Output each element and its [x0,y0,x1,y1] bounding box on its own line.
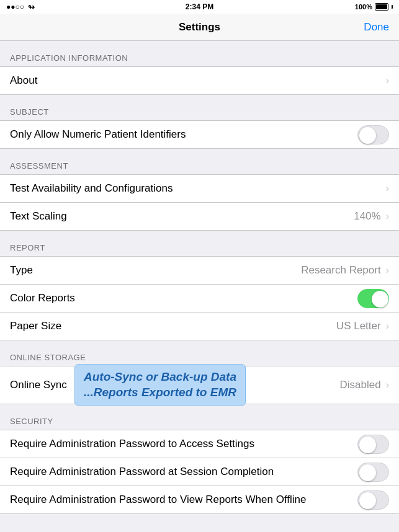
toggle-color-reports[interactable] [357,289,389,308]
row-label-require-admin-session: Require Administration Password at Sessi… [10,458,357,485]
row-label-text-scaling: Text Scaling [10,203,354,230]
done-button[interactable]: Done [364,21,389,33]
signal-dots: ●●○○ [6,2,24,11]
status-left: ●●○○ ↬ [6,2,35,12]
status-right: 100% [355,3,393,11]
toggle-require-admin-offline[interactable] [357,490,389,510]
toggle-numeric-identifiers[interactable] [357,125,389,144]
row-label-test-availability: Test Availability and Configurations [10,175,385,202]
toggle-knob-numeric-identifiers [359,127,376,144]
row-label-require-admin-access: Require Administration Password to Acces… [10,430,357,458]
toggle-knob-require-admin-offline [359,492,376,509]
nav-bar: Settings Done [0,14,399,41]
toggle-knob-require-admin-access [359,437,376,453]
row-value-type: Research Report [301,264,381,277]
table-row-about[interactable]: About› [0,67,399,94]
table-group-subject: Only Allow Numeric Patient Identifiers [0,120,399,149]
table-group-assessment: Test Availability and Configurations›Tex… [0,174,399,231]
row-label-numeric-identifiers: Only Allow Numeric Patient Identifiers [10,121,357,148]
tooltip-text: Auto-Sync or Back-up Data...Reports Expo… [84,370,236,400]
battery-percent: 100% [355,3,372,11]
chevron-icon-about: › [386,75,389,86]
table-row-online-sync[interactable]: Online SyncAuto-Sync or Back-up Data...R… [0,366,399,404]
table-group-report: TypeResearch Report›Color ReportsPaper S… [0,256,399,340]
row-label-about: About [10,67,385,94]
row-label-paper-size: Paper Size [10,313,336,340]
page-title: Settings [179,21,220,33]
table-group-security: Require Administration Password to Acces… [0,430,399,514]
table-row-require-admin-session[interactable]: Require Administration Password at Sessi… [0,458,399,486]
table-row-color-reports[interactable]: Color Reports [0,285,399,313]
chevron-icon-type: › [386,265,389,276]
toggle-require-admin-session[interactable] [357,463,389,482]
table-row-numeric-identifiers[interactable]: Only Allow Numeric Patient Identifiers [0,121,399,148]
row-label-require-admin-offline: Require Administration Password to View … [10,486,357,513]
battery-tip [392,5,393,9]
battery-icon [375,3,388,11]
section-header-subject: SUBJECT [0,95,399,120]
table-row-require-admin-offline[interactable]: Require Administration Password to View … [0,486,399,513]
section-header-security: SECURITY [0,404,399,430]
table-row-type[interactable]: TypeResearch Report› [0,257,399,285]
section-header-assessment: ASSESSMENT [0,149,399,174]
table-row-require-admin-access[interactable]: Require Administration Password to Acces… [0,430,399,458]
status-bar: ●●○○ ↬ 2:34 PM 100% [0,0,399,14]
toggle-require-admin-access[interactable] [357,435,389,454]
toggle-knob-color-reports [372,291,388,308]
table-row-test-availability[interactable]: Test Availability and Configurations› [0,175,399,203]
section-header-online-storage: ONLINE STORAGE [0,340,399,366]
chevron-icon-online-sync: › [386,379,389,391]
table-group-online-storage: Online SyncAuto-Sync or Back-up Data...R… [0,366,399,404]
row-label-type: Type [10,257,301,284]
chevron-icon-test-availability: › [386,183,389,194]
section-header-report: REPORT [0,231,399,256]
table-group-application-information: About› [0,66,399,95]
row-value-paper-size: US Letter [336,320,381,332]
chevron-icon-paper-size: › [386,321,389,332]
row-value-text-scaling: 140% [354,210,380,223]
table-row-paper-size[interactable]: Paper SizeUS Letter› [0,313,399,340]
chevron-icon-text-scaling: › [386,211,389,222]
toggle-knob-require-admin-session [359,464,376,481]
row-value-online-sync: Disabled [340,379,381,391]
settings-content: APPLICATION INFORMATIONAbout›SUBJECTOnly… [0,41,399,514]
status-time: 2:34 PM [186,2,213,11]
section-header-application-information: APPLICATION INFORMATION [0,41,399,66]
table-row-text-scaling[interactable]: Text Scaling140%› [0,203,399,230]
row-label-color-reports: Color Reports [10,285,357,312]
tooltip-overlay: Auto-Sync or Back-up Data...Reports Expo… [74,364,246,406]
wifi-icon: ↬ [28,2,35,12]
